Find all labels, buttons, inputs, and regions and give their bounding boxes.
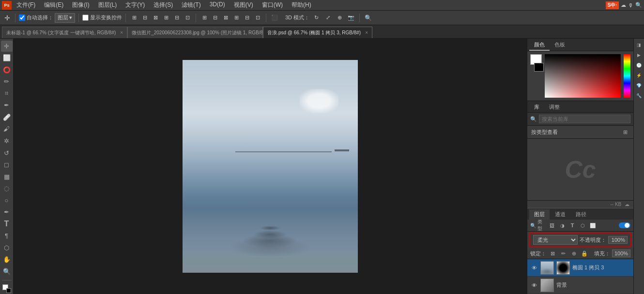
grid-view-icon[interactable]: ⊞ bbox=[621, 128, 629, 136]
show-transform-checkbox[interactable] bbox=[82, 15, 89, 21]
menu-items: 文件(F) 编辑(E) 图像(I) 图层(L) 文字(Y) 选择(S) 滤镜(T… bbox=[15, 0, 606, 10]
layer-0-visibility[interactable]: 👁 bbox=[530, 264, 538, 272]
color-tab-color[interactable]: 颜色 bbox=[529, 40, 550, 51]
menu-window[interactable]: 窗口(W) bbox=[260, 0, 285, 10]
color-picker-gradient[interactable] bbox=[545, 54, 621, 98]
panel-toggle-play[interactable]: ▶ bbox=[635, 51, 644, 59]
layer-item-1[interactable]: 👁 背景 bbox=[527, 277, 633, 294]
tab-channels[interactable]: 通道 bbox=[550, 209, 570, 220]
lock-all-icon[interactable]: ⊕ bbox=[569, 249, 578, 258]
dist-bottom-icon[interactable]: ⊡ bbox=[253, 13, 262, 23]
lock-label: 锁定： bbox=[530, 250, 546, 257]
tab-1[interactable]: 微信图片_20200606223308.jpg @ 100% (照片滤镜 1, … bbox=[127, 27, 263, 38]
kb-info: -- KB ☁ bbox=[527, 200, 633, 208]
canvas-area[interactable] bbox=[14, 39, 527, 294]
lib-tab-adjustments[interactable]: 调整 bbox=[544, 102, 565, 112]
layer-1-visibility[interactable]: 👁 bbox=[530, 281, 538, 289]
tool-history-brush[interactable]: ↺ bbox=[1, 147, 13, 159]
align-center-h-icon[interactable]: ⊟ bbox=[140, 13, 150, 23]
tool-fg-bg-color[interactable] bbox=[1, 283, 13, 294]
align-left-icon[interactable]: ⊞ bbox=[129, 13, 139, 23]
fill-value: 100% bbox=[612, 250, 630, 257]
tab-0[interactable]: 未标题-1 @ 66.7% (文字弧度 一键调节哈, RGB/8#) × bbox=[2, 27, 127, 38]
image-content bbox=[183, 60, 358, 273]
dist-right-icon[interactable]: ⊠ bbox=[221, 13, 230, 23]
panel-toggle-color[interactable]: ◨ bbox=[635, 41, 644, 49]
browse-type-label: 按类型查看 bbox=[531, 129, 558, 136]
menu-image[interactable]: 图像(I) bbox=[70, 0, 91, 10]
tab-paths[interactable]: 路径 bbox=[571, 209, 591, 220]
menu-layer[interactable]: 图层(L) bbox=[96, 0, 119, 10]
tool-magic-wand[interactable]: ✏ bbox=[1, 76, 13, 88]
search-input[interactable] bbox=[539, 115, 630, 123]
layer-filter-shape-icon[interactable]: ⬡ bbox=[578, 221, 587, 230]
lock-position-icon[interactable]: ✏ bbox=[559, 249, 567, 258]
panel-toggle-history[interactable]: 🕐 bbox=[635, 61, 644, 70]
background-color[interactable] bbox=[534, 63, 544, 72]
tool-paragraph[interactable]: ¶ bbox=[1, 231, 13, 242]
tool-lasso[interactable]: ⭕ bbox=[1, 64, 13, 75]
auto-select-dropdown[interactable]: 图层 ▾ bbox=[55, 13, 75, 23]
tool-select-rect[interactable]: ⬜ bbox=[1, 53, 13, 64]
3d-pan-icon[interactable]: ⤢ bbox=[323, 13, 333, 23]
tool-clone-stamp[interactable]: ✲ bbox=[1, 135, 13, 147]
color-hue-slider[interactable] bbox=[624, 54, 630, 98]
color-tab-swatches[interactable]: 色板 bbox=[550, 40, 570, 51]
tab-layers[interactable]: 图层 bbox=[529, 209, 550, 220]
3d-rotate-icon[interactable]: ↻ bbox=[311, 13, 321, 23]
menu-select[interactable]: 选择(S) bbox=[152, 0, 175, 10]
lock-artboard-icon[interactable]: 🔒 bbox=[580, 249, 589, 258]
tool-dodge[interactable]: ○ bbox=[1, 195, 13, 206]
layer-item-0[interactable]: 👁 椭圆 1 拷贝 3 bbox=[527, 259, 633, 277]
align-top-icon[interactable]: ⊞ bbox=[161, 13, 171, 23]
menu-edit[interactable]: 编辑(E) bbox=[42, 0, 65, 10]
tool-move[interactable]: ✛ bbox=[1, 41, 13, 52]
tab-0-close[interactable]: × bbox=[120, 30, 123, 35]
tab-2[interactable]: 音浪.psd @ 66.7% (椭圆 1 拷贝 3, RGB/8#) × bbox=[263, 27, 372, 38]
blend-mode-select[interactable]: 柔光 正常 溶解 bbox=[533, 235, 578, 245]
tool-text[interactable]: T bbox=[1, 219, 13, 230]
tool-spot-heal[interactable]: 🩹 bbox=[1, 112, 13, 123]
tool-gradient[interactable]: ▦ bbox=[1, 171, 13, 182]
layer-filter-text-icon[interactable]: T bbox=[568, 221, 577, 230]
panel-toggle-actions[interactable]: ⚡ bbox=[635, 71, 644, 80]
align-middle-icon[interactable]: ⊟ bbox=[172, 13, 182, 23]
dist-top-icon[interactable]: ⊞ bbox=[231, 13, 241, 23]
search-workspace-icon[interactable]: 🔍 bbox=[363, 13, 373, 23]
layer-filter-toggle[interactable] bbox=[619, 222, 630, 228]
search-icon[interactable]: 🔍 bbox=[635, 2, 642, 8]
lock-pixels-icon[interactable]: ⊠ bbox=[548, 249, 557, 258]
tool-pen[interactable]: ✒ bbox=[1, 206, 13, 218]
dist-h-icon[interactable]: ⊟ bbox=[210, 13, 220, 23]
tab-2-close[interactable]: × bbox=[365, 30, 368, 35]
tool-crop[interactable]: ⌗ bbox=[1, 88, 13, 99]
dist-v-icon[interactable]: ⊟ bbox=[242, 13, 252, 23]
3d-camera-icon[interactable]: 📷 bbox=[346, 13, 356, 23]
lib-tab-library[interactable]: 库 bbox=[529, 102, 544, 112]
3d-zoom-icon[interactable]: ⊕ bbox=[335, 13, 344, 23]
layers-toolbar: 🔍 类型 🖼 ◑ T ⬡ ⬜ bbox=[527, 220, 633, 232]
menu-view[interactable]: 视图(V) bbox=[232, 0, 255, 10]
tool-shape[interactable]: ⬡ bbox=[1, 242, 13, 253]
tool-eyedropper[interactable]: ✒ bbox=[1, 100, 13, 111]
align-right-icon[interactable]: ⊠ bbox=[151, 13, 160, 23]
menu-help[interactable]: 帮助(H) bbox=[290, 0, 313, 10]
tool-brush[interactable]: 🖌 bbox=[1, 124, 13, 135]
menu-text[interactable]: 文字(Y) bbox=[123, 0, 147, 10]
layer-filter-smart-icon[interactable]: ⬜ bbox=[588, 221, 597, 230]
tool-hand[interactable]: ✋ bbox=[1, 254, 13, 265]
layer-filter-adj-icon[interactable]: ◑ bbox=[558, 221, 567, 230]
menu-3d[interactable]: 3D(D) bbox=[208, 0, 227, 10]
menu-filter[interactable]: 滤镜(T) bbox=[180, 0, 202, 10]
arrange-icon[interactable]: ⬛ bbox=[270, 13, 279, 23]
tool-zoom[interactable]: 🔍 bbox=[1, 266, 13, 277]
layer-filter-pixel-icon[interactable]: 🖼 bbox=[548, 221, 556, 230]
tool-eraser[interactable]: ◻ bbox=[1, 159, 13, 170]
panel-toggle-3d[interactable]: 💎 bbox=[635, 81, 644, 90]
dist-left-icon[interactable]: ⊞ bbox=[199, 13, 209, 23]
auto-select-checkbox[interactable] bbox=[19, 15, 25, 21]
align-bottom-icon[interactable]: ⊡ bbox=[183, 13, 192, 23]
menu-file[interactable]: 文件(F) bbox=[15, 0, 37, 10]
panel-toggle-tool[interactable]: 🔧 bbox=[635, 91, 644, 100]
tool-blur[interactable]: ◌ bbox=[1, 183, 13, 194]
